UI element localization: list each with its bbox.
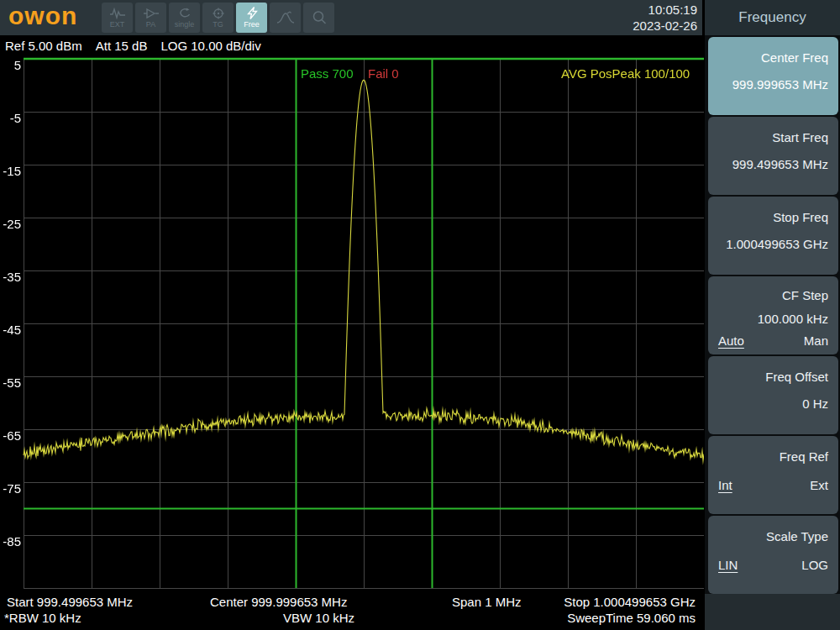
waveform-icon [109,8,126,19]
ext-trigger-button[interactable]: EXT [102,3,133,33]
stop-freq-value: 1.000499653 GHz [726,237,828,251]
scale-type-option-lin[interactable]: LIN [718,558,738,572]
vbw-readout: VBW 10 kHz [210,610,354,626]
start-freq-title: Start Freq [772,130,828,144]
avg-pospeak-label: AVG PosPeak 100/100 [561,66,690,81]
cf-step-option-man[interactable]: Man [804,333,828,348]
rbw-readout: *RBW 10 kHz [4,610,81,626]
zoom-button[interactable] [303,3,334,33]
stop-freq-readout: Stop 1.000499653 GHz [538,594,696,610]
softkey-menu: Frequency Center Freq999.999653 MHzStart… [705,0,840,630]
freq-ref-title: Freq Ref [780,449,828,464]
y-tick--35: -35 [0,270,21,283]
scale-type-option-log[interactable]: LOG [801,558,828,572]
center-freq-readout: Center 999.999653 MHz [210,594,354,610]
magnifier-icon [311,10,328,25]
y-tick--5: -5 [0,112,21,124]
softkey-scale-type[interactable]: Scale TypeLINLOG [708,516,838,594]
spectrum-plot-canvas [0,55,704,592]
loop-icon [176,8,193,19]
peak-search-button[interactable] [270,3,301,33]
attenuation-label: Att 15 dB [96,39,148,53]
freq-offset-value: 0 Hz [802,396,828,411]
tracking-gen-label: TG [213,20,223,29]
center-freq-title: Center Freq [761,50,828,65]
peak-curve-icon [276,10,296,25]
y-tick-5: 5 [0,59,21,71]
y-tick--25: -25 [0,218,21,230]
menu-filler [705,594,840,630]
y-tick--75: -75 [0,482,21,495]
cf-step-option-auto[interactable]: Auto [718,333,744,348]
menu-title: Frequency [705,0,840,35]
ref-level-label: Ref 5.00 dBm [5,39,82,53]
center-freq-value: 999.999653 MHz [732,77,828,92]
softkey-freq-ref[interactable]: Freq RefIntExt [708,436,838,514]
cf-step-title: CF Step [782,288,828,302]
free-run-button[interactable]: Free [236,3,267,33]
clock: 10:05:19 2023-02-26 [633,2,697,34]
menu-title-label: Frequency [738,9,806,26]
cf-step-value: 100.000 kHz [758,312,828,326]
amplifier-icon [143,8,160,19]
tracking-gen-button[interactable]: TG [202,3,234,33]
top-bar: owon EXTPAsingleTGFree 10:05:19 2023-02-… [0,0,702,35]
single-sweep-button[interactable]: single [169,3,200,33]
softkey-start-freq[interactable]: Start Freq999.499653 MHz [708,117,838,195]
freq-offset-title: Freq Offset [765,370,828,384]
softkey-freq-offset[interactable]: Freq Offset0 Hz [708,356,838,434]
scale-type-title: Scale Type [766,529,828,543]
preamp-button[interactable]: PA [135,3,166,33]
y-tick--15: -15 [0,165,21,177]
y-tick--45: -45 [0,323,21,336]
log-scale-label: LOG 10.00 dB/div [160,39,260,53]
ext-trigger-label: EXT [110,20,125,29]
clock-date: 2023-02-26 [633,18,697,34]
start-freq-value: 999.499653 MHz [732,157,828,171]
clock-time: 10:05:19 [633,2,697,18]
softkey-cf-step[interactable]: CF Step100.000 kHzAutoMan [708,276,838,354]
target-icon [212,8,225,19]
lightning-icon [245,7,259,19]
freq-ref-option-ext[interactable]: Ext [810,478,828,492]
softkey-center-freq[interactable]: Center Freq999.999653 MHz [708,37,838,115]
start-freq-readout: Start 999.499653 MHz [7,594,133,610]
reference-settings-row: Ref 5.00 dBm Att 15 dB LOG 10.00 dB/div [0,35,704,55]
y-tick--55: -55 [0,376,21,389]
toolbar: EXTPAsingleTGFree [102,3,334,33]
fail-count-label: Fail 0 [368,66,399,81]
bottom-status-bar: Start 999.499653 MHz Center 999.999653 M… [0,592,704,630]
freq-ref-option-int[interactable]: Int [718,478,732,492]
y-tick--85: -85 [0,535,21,548]
y-tick--65: -65 [0,429,21,442]
single-sweep-label: single [175,20,195,29]
span-readout: Span 1 MHz [452,594,522,610]
owon-logo: owon [8,2,77,30]
sweep-time-readout: SweepTime 59.060 ms [538,610,696,626]
stop-freq-title: Stop Freq [773,210,828,224]
preamp-label: PA [146,20,155,29]
softkey-stop-freq[interactable]: Stop Freq1.000499653 GHz [708,197,838,275]
pass-count-label: Pass 700 [301,66,354,81]
free-run-label: Free [244,20,260,29]
